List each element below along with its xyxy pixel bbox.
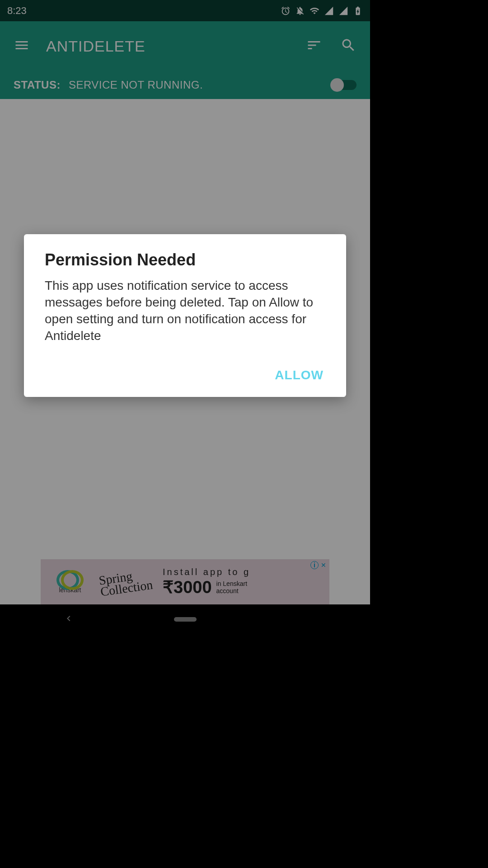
dialog-title: Permission Needed [45, 250, 325, 269]
permission-dialog: Permission Needed This app uses notifica… [24, 234, 346, 397]
dialog-body: This app uses notification service to ac… [45, 278, 325, 344]
allow-button[interactable]: ALLOW [273, 363, 325, 388]
dialog-actions: ALLOW [45, 363, 325, 388]
